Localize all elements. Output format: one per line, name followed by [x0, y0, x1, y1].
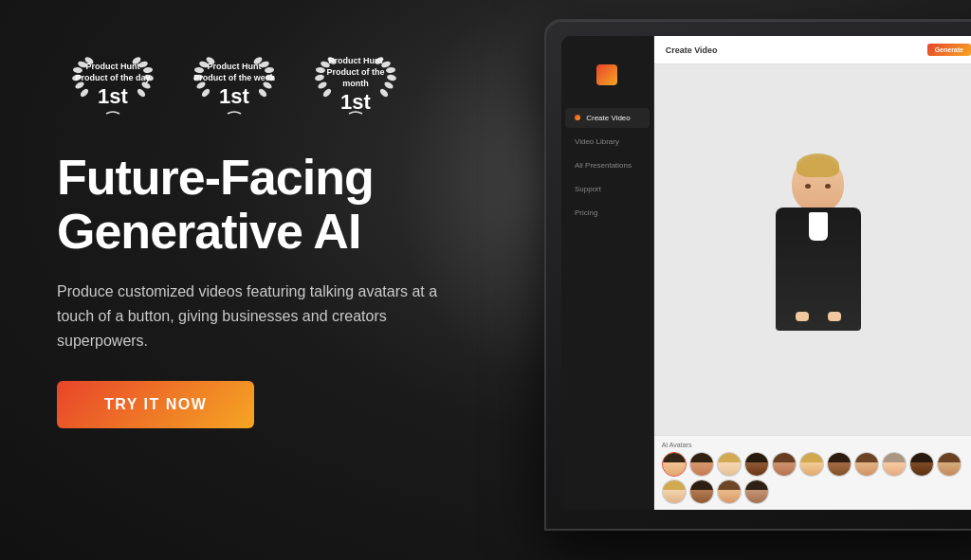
- sidebar-item-support[interactable]: Support: [565, 179, 650, 199]
- app-sidebar: Create Video Video Library All Presentat…: [561, 36, 654, 510]
- avatar-hair-13: [690, 480, 713, 490]
- avatar-thumb-5[interactable]: [772, 452, 797, 477]
- video-preview-area: [654, 64, 971, 435]
- avatar-thumb-8[interactable]: [854, 452, 879, 477]
- laptop-container: Create Video Video Library All Presentat…: [544, 19, 971, 550]
- avatar-thumb-4[interactable]: [744, 452, 769, 477]
- avatar-hair-7: [828, 453, 851, 462]
- avatar-face-8: [855, 453, 878, 476]
- avatar-head: [792, 155, 844, 212]
- laurel-wrap-day: Product Hunt Product of the day 1st: [70, 55, 156, 117]
- avatars-grid-section: AI Avatars: [654, 435, 971, 510]
- avatar-eye-left: [805, 184, 811, 189]
- award-week-text: Product Hunt Product of the week 1st: [192, 62, 277, 110]
- award-week-title: Product Hunt Product of the week: [192, 62, 277, 83]
- avatar-hair-4: [745, 453, 768, 462]
- sidebar-item-create-video[interactable]: Create Video: [565, 108, 650, 128]
- avatar-thumb-12[interactable]: [662, 479, 687, 504]
- avatar-thumb-7[interactable]: [827, 452, 852, 477]
- avatar-face-1: [663, 453, 686, 476]
- hand-right: [828, 312, 841, 321]
- sidebar-label-support: Support: [575, 185, 601, 193]
- hand-left: [796, 312, 809, 321]
- app-generate-button[interactable]: Generate: [927, 44, 971, 56]
- left-panel: Product Hunt Product of the day 1st: [0, 0, 534, 560]
- headline-line2: Generative AI: [57, 204, 360, 259]
- award-day: Product Hunt Product of the day 1st: [57, 47, 169, 124]
- avatar-hair-8: [855, 453, 878, 462]
- avatar-hair-14: [718, 480, 741, 490]
- avatar-body: [776, 208, 861, 331]
- avatar-hair-10: [910, 453, 933, 462]
- avatar-face-13: [690, 480, 713, 503]
- avatar-face-4: [745, 453, 768, 476]
- sidebar-label-presentations: All Presentations: [575, 161, 632, 170]
- avatar-thumb-6[interactable]: [799, 452, 824, 477]
- avatar-face-10: [910, 453, 933, 476]
- award-week-rank: 1st: [192, 84, 277, 109]
- laptop-screen-bezel: Create Video Video Library All Presentat…: [561, 36, 971, 510]
- subtext: Produce customized videos featuring talk…: [57, 280, 455, 352]
- main-headline: Future-Facing Generative AI: [57, 151, 486, 259]
- avatar-hair-6: [800, 453, 823, 462]
- sidebar-label-library: Video Library: [575, 137, 619, 146]
- avatar-eye-right: [825, 184, 831, 189]
- app-header: Create Video Generate: [654, 36, 971, 64]
- headline-line1: Future-Facing: [57, 150, 374, 205]
- avatar-thumb-3[interactable]: [717, 452, 742, 477]
- avatar-face-9: [883, 453, 906, 476]
- laurel-wrap-month: Product Hunt Product of the month 1st: [313, 55, 398, 117]
- cta-button[interactable]: TRY IT NOW: [57, 381, 254, 428]
- avatar-thumb-11[interactable]: [937, 452, 962, 477]
- award-month: Product Hunt Product of the month 1st: [300, 47, 412, 124]
- avatar-hair-2: [690, 453, 713, 462]
- avatar-hair-11: [938, 453, 961, 462]
- avatar-face-7: [828, 453, 851, 476]
- award-month-rank: 1st: [313, 90, 398, 115]
- avatar-hair-5: [773, 453, 796, 462]
- award-day-text: Product Hunt Product of the day 1st: [70, 62, 156, 110]
- avatar-collar: [804, 212, 833, 245]
- avatar-hair-15: [745, 480, 768, 490]
- avatar-face-14: [718, 480, 741, 503]
- app-main: Create Video Generate: [654, 36, 971, 510]
- award-month-text: Product Hunt Product of the month 1st: [313, 56, 398, 115]
- award-day-title: Product Hunt Product of the day: [70, 62, 156, 83]
- sidebar-item-pricing[interactable]: Pricing: [565, 203, 650, 223]
- sidebar-label-pricing: Pricing: [575, 208, 597, 217]
- content-wrapper: Product Hunt Product of the day 1st: [0, 0, 971, 560]
- avatar-thumb-1[interactable]: [662, 452, 687, 477]
- avatar-face-3: [718, 453, 741, 476]
- avatar-hair-1: [663, 453, 686, 462]
- right-panel: Create Video Video Library All Presentat…: [534, 0, 971, 560]
- avatar-hair-9: [883, 453, 906, 462]
- sidebar-item-all-presentations[interactable]: All Presentations: [565, 155, 650, 175]
- nav-dot-icon: [575, 115, 580, 120]
- avatar-hands: [796, 312, 841, 321]
- avatar-hair-12: [663, 480, 686, 490]
- laptop-frame: Create Video Video Library All Presentat…: [544, 19, 971, 531]
- laurel-wrap-week: Product Hunt Product of the week 1st: [192, 55, 277, 117]
- sidebar-item-video-library[interactable]: Video Library: [565, 132, 650, 152]
- avatars-grid: [662, 452, 971, 504]
- avatars-grid-label: AI Avatars: [662, 442, 971, 448]
- screen-content: Create Video Video Library All Presentat…: [561, 36, 971, 510]
- avatar-thumb-13[interactable]: [689, 479, 714, 504]
- award-month-title: Product Hunt Product of the month: [313, 56, 398, 89]
- avatar-face-11: [938, 453, 961, 476]
- avatar-thumb-2[interactable]: [689, 452, 714, 477]
- avatar-hair: [797, 154, 839, 177]
- avatar-thumb-15[interactable]: [744, 479, 769, 504]
- avatar-face-6: [800, 453, 823, 476]
- app-header-title: Create Video: [666, 45, 718, 55]
- avatar-thumb-9[interactable]: [882, 452, 907, 477]
- main-avatar-figure: [766, 155, 870, 345]
- avatar-thumb-14[interactable]: [717, 479, 742, 504]
- avatar-hair-3: [718, 453, 741, 462]
- avatar-face-5: [773, 453, 796, 476]
- award-week: Product Hunt Product of the week 1st: [178, 47, 290, 124]
- avatar-face: [803, 182, 833, 201]
- sidebar-label-create: Create Video: [586, 114, 631, 122]
- avatar-thumb-10[interactable]: [909, 452, 934, 477]
- avatar-face-12: [663, 480, 686, 503]
